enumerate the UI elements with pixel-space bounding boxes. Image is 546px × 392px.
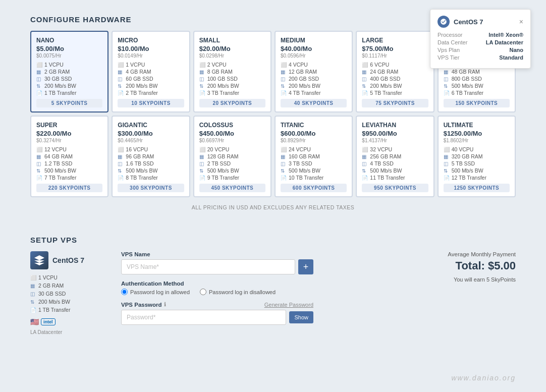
tooltip-row-vpsplan: Vps Plan Nano [438, 47, 523, 53]
plan-card-ultimate[interactable]: ULTIMATE$1250.00/Mo$1.8602/Hr⬜40 VCPU▦32… [438, 116, 516, 197]
plan-skypoints-power: 150 SKYPOINTS [444, 99, 510, 107]
watermark: www.daniao.org [451, 374, 516, 382]
transfer-icon: 📄 [199, 175, 205, 181]
plan-price-mo-micro: $10.00/Mo [118, 45, 184, 52]
spec-item: ◫30 GB SSD [36, 76, 102, 82]
setup-section-title: SETUP VPS [30, 236, 516, 244]
spec-item: 📄9 TB Transfer [199, 175, 265, 181]
plan-card-micro[interactable]: MICRO$10.00/Mo$0.0149/Hr⬜1 VCPU▦4 GB RAM… [112, 31, 190, 113]
plan-skypoints-ultimate: 1250 SKYPOINTS [444, 184, 510, 192]
tooltip-os-icon [438, 16, 450, 28]
radio-disallowed-input[interactable] [200, 289, 206, 295]
plan-card-large[interactable]: LARGE$75.00/Mo$0.1117/Hr⬜6 VCPU▦24 GB RA… [356, 31, 434, 113]
spec-item: ◫1.6 TB SSD [118, 160, 184, 166]
bw-icon: ⇅ [118, 83, 124, 89]
radio-disallowed[interactable]: Password log in disallowed [200, 289, 276, 295]
password-label-row: VPS Password ℹ Generate Password [121, 301, 313, 308]
radio-allowed[interactable]: Password log in allowed [121, 289, 190, 295]
tooltip-header: CentOS 7 × [438, 16, 523, 28]
plan-price-mo-small: $20.00/Mo [199, 45, 265, 52]
cpu-icon: ⬜ [362, 147, 368, 152]
spec-item: ⬜40 VCPU [444, 146, 510, 152]
setup-section: SETUP VPS CentOS 7 ⬜ 1 VCPU ▦ 2 GB RAM ◫… [0, 231, 546, 345]
cpu-icon: ⬜ [281, 62, 287, 68]
ssd-icon: ◫ [30, 291, 36, 297]
plan-name-gigantic: GIGANTIC [118, 122, 184, 129]
plan-name-ultimate: ULTIMATE [444, 122, 510, 129]
vps-info: CentOS 7 ⬜ 1 VCPU ▦ 2 GB RAM ◫ 30 GB SSD… [30, 251, 111, 335]
vps-name-input[interactable] [121, 259, 295, 274]
ssd-icon: ◫ [444, 161, 450, 166]
spec-item: ◫2 TB SSD [199, 160, 265, 166]
plan-card-medium[interactable]: MEDIUM$40.00/Mo$0.0596/Hr⬜4 VCPU▦12 GB R… [275, 31, 353, 113]
ssd-icon: ◫ [281, 161, 287, 166]
spec-item: ⇅500 Mb/s BW [118, 167, 184, 174]
plan-card-leviathan[interactable]: LEVIATHAN$950.00/Mo$1.4137/Hr⬜32 VCPU▦25… [356, 116, 434, 197]
spec-item: ⬜2 VCPU [199, 62, 265, 68]
spec-item: ◫800 GB SSD [444, 76, 510, 82]
plan-name-colossus: COLOSSUS [199, 122, 265, 129]
ram-icon: ▦ [199, 69, 205, 75]
plan-price-mo-gigantic: $300.00/Mo [118, 130, 184, 137]
plan-card-nano[interactable]: NANO$5.00/Mo$0.0075/Hr⬜1 VCPU▦2 GB RAM◫3… [30, 31, 108, 113]
ram-icon: ▦ [30, 283, 36, 289]
bw-icon: ⇅ [444, 83, 450, 89]
password-input[interactable] [121, 310, 286, 325]
plan-card-small[interactable]: SMALL$20.00/Mo$0.0298/Hr⬜2 VCPU▦8 GB RAM… [193, 31, 271, 113]
intel-badge: intel [41, 318, 56, 325]
close-icon[interactable]: × [519, 18, 523, 25]
flag-icon: 🇺🇸 [30, 318, 39, 326]
tooltip-value-datacenter: LA Datacenter [486, 39, 523, 45]
plan-price-mo-titanic: $600.00/Mo [281, 130, 347, 137]
plan-price-mo-large: $75.00/Mo [362, 45, 428, 52]
bw-icon: ⇅ [36, 168, 42, 174]
cpu-icon: ⬜ [36, 147, 42, 152]
plan-price-hr-large: $0.1117/Hr [362, 53, 428, 59]
ssd-icon: ◫ [36, 76, 42, 82]
spec-item: ⇅200 Mb/s BW [281, 83, 347, 89]
ram-icon: ▦ [362, 69, 368, 75]
plan-skypoints-super: 220 SKYPOINTS [36, 184, 102, 192]
spec-item: ◫60 GB SSD [118, 76, 184, 82]
bw-icon: ⇅ [281, 168, 287, 174]
add-vps-button[interactable]: + [298, 259, 313, 274]
spec-item: 📄2 TB Transfer [118, 90, 184, 96]
spec-item: ⇅200 Mb/s BW [118, 83, 184, 89]
bw-icon: ⇅ [36, 83, 42, 89]
plan-name-micro: MICRO [118, 37, 184, 44]
plan-price-hr-leviathan: $1.4137/Hr [362, 138, 428, 143]
plan-card-colossus[interactable]: COLOSSUS$450.00/Mo$0.6697/Hr⬜20 VCPU▦128… [193, 116, 271, 197]
spec-item: 📄1 TB Transfer [36, 90, 102, 96]
spec-item: ◫4 TB SSD [362, 160, 428, 166]
setup-form: VPS Name + Authentication Method Passwor… [121, 251, 313, 325]
radio-allowed-input[interactable] [121, 289, 128, 295]
plan-card-super[interactable]: SUPER$220.00/Mo$0.3274/Hr⬜12 VCPU▦64 GB … [30, 116, 108, 197]
tooltip-label-processor: Processor [438, 32, 463, 38]
ssd-icon: ◫ [199, 76, 205, 82]
plan-skypoints-titanic: 600 SKYPOINTS [281, 184, 347, 192]
bw-icon: ⇅ [444, 168, 450, 174]
plan-price-hr-small: $0.0298/Hr [199, 53, 265, 59]
cpu-icon: ⬜ [199, 147, 205, 152]
transfer-icon: 📄 [281, 175, 287, 181]
plan-price-mo-super: $220.00/Mo [36, 130, 102, 137]
tooltip-header-left: CentOS 7 [438, 16, 483, 28]
plan-card-titanic[interactable]: TITANIC$600.00/Mo$0.8929/Hr⬜24 VCPU▦160 … [275, 116, 353, 197]
spec-item: ⇅200 Mb/s BW [36, 83, 102, 89]
cpu-icon: ⬜ [30, 275, 36, 281]
spec-item: ⬜12 VCPU [36, 146, 102, 152]
plan-card-gigantic[interactable]: GIGANTIC$300.00/Mo$0.4465/Hr⬜16 VCPU▦96 … [112, 116, 190, 197]
plan-name-super: SUPER [36, 122, 102, 129]
ssd-icon: ◫ [362, 161, 368, 166]
tooltip-row-vpstier: VPS Tier Standard [438, 54, 523, 61]
ram-icon: ▦ [362, 154, 368, 159]
spec-item: ⬜1 VCPU [36, 62, 102, 68]
spec-item: ◫400 GB SSD [362, 76, 428, 82]
show-password-button[interactable]: Show [289, 311, 313, 323]
spec-item: 📄3 TB Transfer [199, 90, 265, 96]
cpu-icon: ⬜ [362, 62, 368, 68]
info-icon: ℹ [164, 301, 166, 308]
plan-price-hr-ultimate: $1.8602/Hr [444, 138, 510, 143]
spec-item: ▦4 GB RAM [118, 69, 184, 75]
generate-password-link[interactable]: Generate Password [264, 302, 313, 308]
